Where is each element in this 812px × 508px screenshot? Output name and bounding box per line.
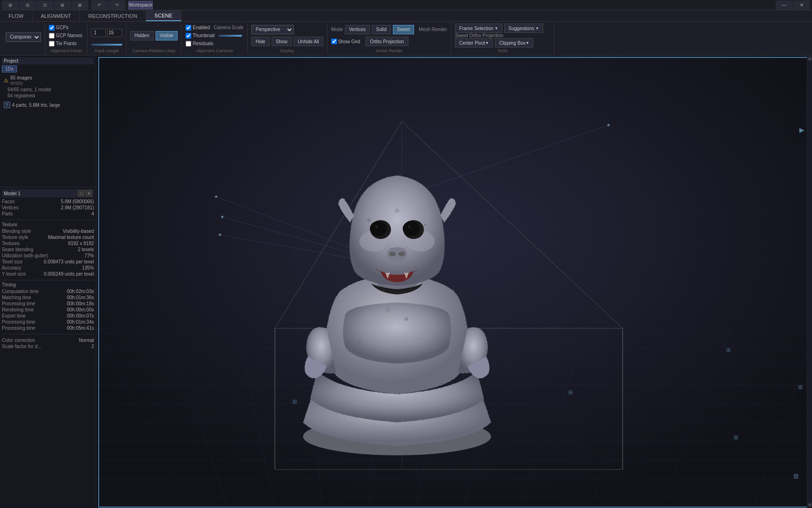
track-length-max[interactable] [107, 29, 122, 37]
svg-point-45 [370, 220, 391, 239]
svg-point-52 [398, 252, 405, 256]
model-vertices-prop: Vertices 2.9M (2907181) [2, 205, 94, 211]
svg-point-59 [433, 345, 437, 349]
tab-flow[interactable]: FLOW [0, 10, 32, 21]
gcps-checkbox-label[interactable]: GCPs [49, 25, 69, 31]
svg-point-31 [608, 124, 609, 126]
svg-point-28 [215, 196, 217, 198]
svg-text:⊞: ⊞ [568, 389, 573, 396]
model-header-title: Model 1 [4, 191, 21, 196]
svg-line-34 [220, 235, 402, 267]
redo-btn[interactable]: ↷ [109, 0, 125, 10]
svg-point-29 [221, 216, 223, 218]
panel-icon-close[interactable]: ✕ [86, 190, 92, 197]
camera-scale-slider[interactable] [219, 35, 242, 37]
svg-point-48 [403, 221, 420, 236]
track-length-min[interactable] [91, 29, 106, 37]
svg-line-15 [369, 328, 378, 507]
nav-icon-5[interactable]: ⊠ [71, 0, 88, 10]
nav-icon-2[interactable]: ⊟ [19, 0, 36, 10]
show-grid-checkbox-label[interactable]: Show Grid [331, 39, 360, 44]
alignment-points-label: Alignment Points [49, 48, 83, 53]
hide-btn[interactable]: Hide [251, 37, 270, 46]
svg-marker-22 [275, 328, 623, 469]
visible-btn[interactable]: Visible [156, 31, 178, 40]
gcp-names-checkbox[interactable] [49, 33, 55, 39]
frame-selection-btn[interactable]: Frame Selection ▼ [455, 24, 502, 33]
svg-point-55 [395, 208, 399, 213]
svg-line-33 [222, 217, 402, 267]
color-correction-prop: Color correction Normal [2, 337, 94, 343]
residuals-checkbox[interactable] [186, 41, 191, 47]
enabled-checkbox-label[interactable]: Enabled [186, 25, 210, 31]
tab-scene[interactable]: SCENE [146, 10, 181, 21]
tab-alignment[interactable]: ALIGNMENT [32, 10, 80, 21]
workspace-selector[interactable]: Workspace [128, 1, 153, 9]
model-icon: T [4, 102, 10, 108]
gcp-names-checkbox-label[interactable]: GCP Names [49, 33, 82, 39]
tie-points-checkbox[interactable] [49, 41, 55, 47]
grid-svg: ⊞ ⊡ ⊞ ⊞ ⊠ [96, 56, 812, 508]
solid-btn[interactable]: Solid [372, 25, 390, 34]
tie-points-checkbox-label[interactable]: Tie Points [49, 41, 77, 47]
svg-line-14 [308, 328, 322, 507]
computation-time-prop: Computation time 00h:02m:03s [2, 288, 94, 294]
svg-point-53 [367, 218, 371, 222]
enabled-checkbox[interactable] [186, 25, 191, 31]
timer-badge: 1Ds [2, 65, 17, 72]
unhide-all-btn[interactable]: Unhide All [294, 37, 323, 46]
toolbar: Component 0 GCPs GCP Names Tie Points Al… [0, 22, 812, 56]
scroll-up-btn[interactable]: ▲ [808, 56, 812, 61]
minimize-btn[interactable]: — [776, 0, 793, 10]
svg-line-13 [237, 328, 275, 507]
component-select[interactable]: Component 0 [6, 32, 41, 42]
nav-icon-1[interactable]: ⊞ [2, 0, 19, 10]
texture-section-title: Texture [2, 220, 94, 227]
nav-icon-3[interactable]: ⊡ [37, 0, 54, 10]
undo-btn[interactable]: ↶ [91, 0, 108, 10]
panel-icon-square[interactable]: □ [78, 190, 85, 197]
scroll-down-btn[interactable]: ▼ [808, 503, 812, 507]
svg-text:⊠: ⊠ [734, 434, 738, 441]
clipping-box-btn[interactable]: Clipping Box ▼ [495, 38, 533, 48]
model-tree-item[interactable]: T 4 parts, 5.8M tris, large [2, 101, 94, 109]
vertices-btn[interactable]: Vertices [345, 25, 370, 34]
project-status: empty [10, 80, 32, 86]
utilization-prop: Utilization (with gutter) 77% [2, 253, 94, 259]
model-panel-header: Model 1 □ ✕ [2, 189, 94, 198]
svg-line-18 [519, 328, 590, 507]
show-btn[interactable]: Show [272, 37, 292, 46]
ortho-projection-btn[interactable]: Ortho Projection [366, 37, 408, 46]
hidden-btn[interactable]: Hidden [130, 31, 154, 40]
registered-info: 64 registered [2, 93, 94, 99]
model-properties-panel: Model 1 □ ✕ Faces 5.8M (5800066) Vertice… [0, 187, 96, 508]
svg-line-16 [416, 328, 449, 507]
suggestions-btn[interactable]: Suggestions ▼ [504, 24, 543, 33]
thumbnail-checkbox-label[interactable]: Thumbnail [186, 33, 215, 39]
project-title: Project [4, 58, 18, 64]
thumbnail-checkbox[interactable] [186, 33, 191, 39]
perspective-select[interactable]: Perspective [251, 25, 294, 34]
sweet-btn[interactable]: Sweet [393, 25, 414, 34]
svg-point-49 [375, 225, 378, 228]
viewport-scrollbar[interactable]: ▲ ▼ [807, 56, 812, 508]
display-label: Display [251, 48, 323, 53]
tab-reconstruction[interactable]: RECONSTRUCTION [80, 10, 146, 21]
gcps-checkbox[interactable] [49, 25, 55, 31]
svg-line-19 [590, 328, 660, 507]
svg-point-57 [405, 317, 408, 321]
project-header: Project [2, 57, 94, 64]
svg-point-43 [359, 231, 388, 252]
mesh-render-label: Mesh Render [419, 27, 447, 32]
svg-point-47 [370, 221, 387, 236]
close-btn[interactable]: ✕ [793, 0, 810, 10]
show-grid-checkbox[interactable] [331, 39, 337, 44]
svg-text:⊞: ⊞ [726, 347, 731, 353]
svg-line-20 [660, 328, 731, 507]
svg-line-21 [754, 328, 812, 507]
timing-section-title: Timing [2, 280, 94, 287]
nav-icon-4[interactable]: ⊞ [54, 0, 71, 10]
viewport-3d[interactable]: ⊞ ⊡ ⊞ ⊞ ⊠ [96, 56, 812, 508]
residuals-checkbox-label[interactable]: Residuals [186, 41, 213, 47]
center-pivot-btn[interactable]: Center Pivot ▼ [455, 38, 493, 48]
